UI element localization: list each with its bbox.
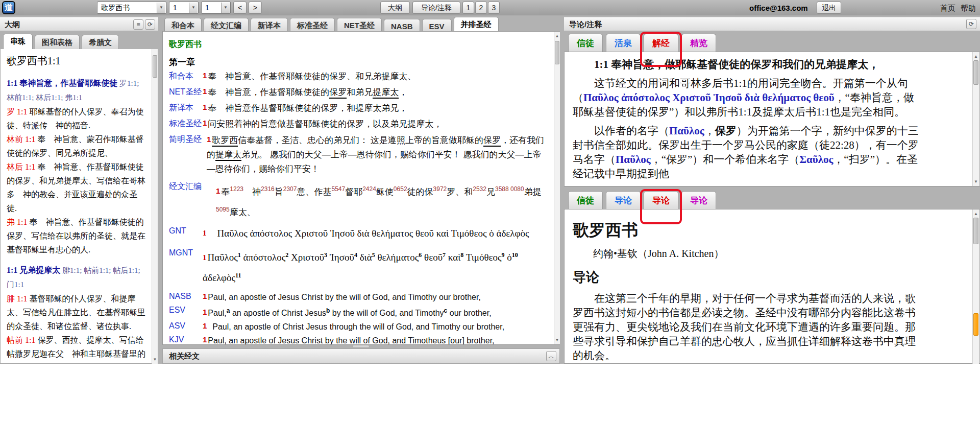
- introduction-tab-2-导论[interactable]: 导论: [644, 191, 678, 209]
- translation-label[interactable]: ASV: [169, 320, 203, 334]
- layout-3-button[interactable]: 3: [488, 2, 500, 14]
- refresh-icon[interactable]: ⟳: [966, 19, 976, 29]
- outline-list-icon[interactable]: ≡: [133, 19, 143, 30]
- app-logo[interactable]: 道: [2, 1, 15, 14]
- scroll-down-icon[interactable]: ▼: [152, 357, 158, 362]
- translation-label[interactable]: 标准圣经: [169, 118, 203, 131]
- strongs-number[interactable]: 2316: [261, 185, 275, 193]
- translation-label[interactable]: 新译本: [169, 102, 203, 115]
- strongs-number[interactable]: 3588 0080: [495, 185, 524, 193]
- dropdown-arrow-icon: ▼: [221, 3, 230, 13]
- translation-label[interactable]: NASB: [169, 290, 203, 304]
- scrollbar-marker-orange[interactable]: [973, 313, 978, 336]
- middle-tab-并排圣经[interactable]: 并排圣经: [454, 17, 499, 33]
- middle-tab-NASB[interactable]: NASB: [384, 19, 420, 33]
- layout-1-button[interactable]: 1: [462, 2, 474, 14]
- scroll-up-icon[interactable]: ▲: [554, 34, 560, 38]
- left-panel-header: 大纲 ≡ ⟳: [0, 17, 158, 31]
- scroll-down-icon[interactable]: ▼: [973, 179, 979, 184]
- middle-tab-和合本[interactable]: 和合本: [164, 18, 202, 33]
- cross-ref-entry: 林前 1:1 奉 神旨意、蒙召作耶稣基督使徒的保罗、同兄弟所提尼、: [7, 132, 146, 160]
- verse-row: 简明圣经1歌罗西信奉基督，圣洁、忠心的弟兄们： 这是遵照上帝的旨意做耶稣的保罗，…: [169, 133, 547, 176]
- splitter-handle[interactable]: [352, 345, 370, 348]
- home-link[interactable]: 首页: [940, 4, 955, 12]
- translation-label[interactable]: MGNT: [169, 247, 203, 286]
- refresh-icon[interactable]: ⟳: [145, 19, 155, 30]
- middle-tab-ESV[interactable]: ESV: [422, 19, 452, 33]
- note-marker[interactable]: 10: [512, 251, 518, 259]
- dropdown-arrow-icon: ▼: [189, 3, 198, 13]
- note-marker[interactable]: a: [227, 307, 230, 314]
- commentary-tab-2-解经[interactable]: 解经: [644, 34, 678, 52]
- commentary-scrollbar[interactable]: ▲ ▼: [972, 52, 979, 186]
- cross-ref-entry: 林后 1:1 奉 神旨意、作基督耶稣使徒的保罗、和兄弟提摩太、写信给在哥林多 神…: [7, 160, 146, 215]
- verse-number: 1: [207, 135, 211, 144]
- translation-label[interactable]: 和合本: [169, 70, 203, 83]
- verse-number: 1: [203, 103, 207, 111]
- introduction-scrollbar[interactable]: ▲: [972, 209, 979, 364]
- translation-label[interactable]: KJV: [169, 334, 203, 345]
- verse-text: 1奉 神旨意，作基督耶稣使徒的保罗和弟兄提摩太，: [203, 86, 547, 99]
- strongs-number[interactable]: 1223: [230, 185, 243, 193]
- middle-tab-新译本[interactable]: 新译本: [251, 18, 288, 33]
- middle-tab-NET圣经[interactable]: NET圣经: [337, 18, 382, 33]
- scroll-down-icon[interactable]: ▼: [554, 338, 560, 342]
- verse-select[interactable]: 1 ▼: [201, 2, 231, 14]
- cross-ref-entry: 腓 1:1 基督耶稣的仆人保罗、和提摩太、写信给凡住腓立比、在基督耶稣里的众圣徒…: [7, 292, 146, 333]
- commentary-tab-3-精览[interactable]: 精览: [681, 34, 716, 52]
- verse-ref-link[interactable]: 腓 1:1: [7, 294, 29, 303]
- translation-label[interactable]: ESV: [169, 304, 203, 320]
- verse-ref-link[interactable]: 弗 1:1: [7, 218, 29, 226]
- greek-text: Παῦλος ἀπόστολος Χριστοῦ Ἰησοῦ διὰ θελήμ…: [583, 91, 835, 104]
- prev-button[interactable]: <: [233, 2, 247, 14]
- collapse-icon[interactable]: ︿: [546, 351, 556, 361]
- strongs-number[interactable]: 3972: [433, 185, 447, 193]
- scrollbar-thumb[interactable]: [973, 218, 978, 244]
- strongs-number[interactable]: 5547: [331, 185, 345, 193]
- introduction-tab-3-导论[interactable]: 导论: [681, 191, 716, 209]
- left-tab-希腊文[interactable]: 希腊文: [82, 35, 119, 50]
- chapter-select[interactable]: 1 ▼: [169, 2, 199, 14]
- commentary-tab-0-信徒[interactable]: 信徒: [568, 34, 603, 52]
- strongs-number[interactable]: 2424: [362, 185, 376, 193]
- commentary-toggle-button[interactable]: 导论/注释: [412, 2, 460, 14]
- strongs-number[interactable]: 2307: [283, 185, 297, 193]
- verse-text: 1 Paul, an apostle of Christ Jesus throu…: [203, 320, 547, 334]
- scrollbar-thumb[interactable]: [973, 60, 978, 85]
- scrollbar-thumb[interactable]: [555, 41, 559, 64]
- book-select[interactable]: 歌罗西书 ▼: [97, 2, 166, 14]
- left-tab-串珠[interactable]: 串珠: [3, 34, 33, 50]
- verse-ref-link[interactable]: 帖前 1:1: [7, 336, 37, 344]
- next-button[interactable]: >: [249, 2, 262, 14]
- middle-tab-经文汇编[interactable]: 经文汇编: [204, 18, 249, 33]
- verse-ref-link[interactable]: 林前 1:1: [7, 135, 37, 144]
- help-link[interactable]: 帮助: [961, 4, 976, 12]
- translation-label[interactable]: NET圣经: [169, 86, 203, 99]
- note-marker[interactable]: 11: [235, 272, 241, 279]
- translation-label[interactable]: 经文汇编: [169, 180, 203, 221]
- verse-ref-link[interactable]: 林后 1:1: [7, 162, 37, 171]
- strongs-number[interactable]: 0652: [394, 185, 407, 193]
- logout-button[interactable]: 退出: [817, 2, 841, 14]
- middle-scrollbar[interactable]: ▲ ▼: [554, 32, 560, 344]
- layout-2-button[interactable]: 2: [475, 2, 487, 14]
- introduction-tab-0-信徒[interactable]: 信徒: [568, 191, 603, 209]
- introduction-tab-1-导论[interactable]: 导论: [606, 191, 641, 209]
- verse-text: 1Παῦλος1 ἀπόστολος2 Χριστοῦ3 Ἰησοῦ4 διὰ5…: [203, 247, 547, 286]
- outline-toggle-button[interactable]: 大纲: [380, 2, 410, 14]
- strongs-number[interactable]: 5095: [216, 206, 230, 213]
- commentary-content: 1:1 奉神旨意，做耶稣基督使徒的保罗和我们的兄弟提摩太， 这节经文的用词和哥林…: [564, 52, 980, 186]
- commentary-tab-1-活泉[interactable]: 活泉: [606, 34, 641, 52]
- strongs-number[interactable]: 2532: [473, 185, 486, 193]
- scrollbar-thumb[interactable]: [153, 55, 157, 78]
- scroll-up-icon[interactable]: ▲: [973, 54, 979, 59]
- translation-label[interactable]: GNT: [169, 225, 203, 243]
- scroll-up-icon[interactable]: ▲: [973, 212, 979, 216]
- dropdown-arrow-icon: ▼: [157, 3, 165, 13]
- translation-label[interactable]: 简明圣经: [169, 133, 203, 176]
- middle-tab-标准圣经[interactable]: 标准圣经: [290, 18, 335, 33]
- verse-ref-link[interactable]: 罗 1:1: [7, 107, 29, 116]
- left-scrollbar[interactable]: ▼: [152, 49, 158, 364]
- left-tab-图和表格[interactable]: 图和表格: [35, 35, 80, 50]
- verse-number: 1: [203, 335, 207, 344]
